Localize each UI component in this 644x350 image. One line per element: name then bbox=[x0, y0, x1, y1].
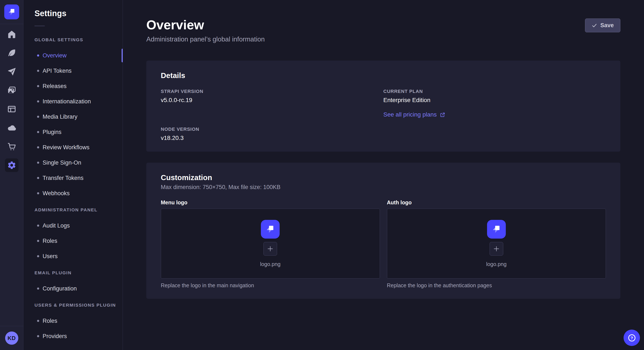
strapi-version-field: STRAPI VERSION v5.0.0-rc.19 bbox=[161, 89, 383, 104]
menu-logo-dropzone[interactable]: logo.png bbox=[161, 209, 380, 279]
sidebar-item-media-library[interactable]: Media Library bbox=[24, 109, 123, 124]
active-indicator bbox=[122, 49, 123, 62]
field-label: STRAPI VERSION bbox=[161, 89, 383, 94]
sidebar-item-plugins[interactable]: Plugins bbox=[24, 124, 123, 140]
sidebar-item-label: Configuration bbox=[42, 285, 77, 292]
field-value: v18.20.3 bbox=[161, 135, 383, 141]
upload-filename: logo.png bbox=[260, 261, 280, 267]
strapi-logo-glyph bbox=[491, 223, 502, 235]
icon-sidebar: KD bbox=[0, 0, 24, 350]
bullet-icon bbox=[37, 224, 39, 227]
bullet-icon bbox=[37, 240, 39, 242]
sidebar-item-transfer-tokens[interactable]: Transfer Tokens bbox=[24, 170, 123, 186]
settings-subnav: Settings GLOBAL SETTINGS Overview API To… bbox=[24, 0, 123, 350]
sidebar-item-label: Users bbox=[42, 253, 58, 260]
auth-logo-dropzone[interactable]: logo.png bbox=[387, 209, 606, 279]
avatar[interactable]: KD bbox=[5, 332, 18, 345]
cart-icon[interactable] bbox=[6, 141, 17, 152]
bullet-icon bbox=[37, 162, 39, 164]
sidebar-item-api-tokens[interactable]: API Tokens bbox=[24, 63, 123, 78]
sidebar-item-internationalization[interactable]: Internationalization bbox=[24, 94, 123, 109]
plus-icon bbox=[267, 245, 274, 252]
nav-section-header: EMAIL PLUGIN bbox=[24, 270, 123, 275]
upload-label: Auth logo bbox=[387, 199, 606, 206]
nav-section-users-permissions-plugin: USERS & PERMISSIONS PLUGIN Roles Provide… bbox=[24, 303, 123, 344]
user-area: KD bbox=[0, 326, 23, 350]
bullet-icon bbox=[37, 100, 39, 103]
add-logo-button[interactable] bbox=[490, 242, 503, 256]
current-plan-field: CURRENT PLAN Enterprise Edition bbox=[383, 89, 606, 104]
subnav-title: Settings bbox=[24, 9, 123, 18]
sidebar-item-email-configuration[interactable]: Configuration bbox=[24, 281, 123, 296]
sidebar-item-single-sign-on[interactable]: Single Sign-On bbox=[24, 155, 123, 170]
nav-section-global-settings: GLOBAL SETTINGS Overview API Tokens Rele… bbox=[24, 37, 123, 201]
sidebar-item-admin-roles[interactable]: Roles bbox=[24, 233, 123, 249]
external-link-icon bbox=[440, 112, 446, 118]
customization-card-title: Customization bbox=[161, 173, 606, 182]
page-header: Overview Administration panel’s global i… bbox=[146, 0, 620, 43]
bullet-icon bbox=[37, 320, 39, 322]
gear-icon[interactable] bbox=[5, 159, 18, 172]
paper-plane-icon[interactable] bbox=[6, 67, 17, 77]
help-button[interactable]: ? bbox=[624, 330, 640, 346]
sidebar-item-up-providers[interactable]: Providers bbox=[24, 329, 123, 344]
sidebar-item-label: Releases bbox=[42, 83, 67, 90]
strapi-admin-app: KD Settings GLOBAL SETTINGS Overview API… bbox=[0, 0, 644, 350]
bullet-icon bbox=[37, 85, 39, 87]
sidebar-item-audit-logs[interactable]: Audit Logs bbox=[24, 218, 123, 233]
auth-logo-preview bbox=[487, 220, 506, 239]
bullet-icon bbox=[37, 177, 39, 179]
sidebar-item-up-roles[interactable]: Roles bbox=[24, 313, 123, 329]
sidebar-item-admin-users[interactable]: Users bbox=[24, 249, 123, 264]
sidebar-item-label: Plugins bbox=[42, 129, 62, 136]
sidebar-item-label: API Tokens bbox=[42, 68, 72, 74]
field-label: CURRENT PLAN bbox=[383, 89, 606, 94]
nav-section-email-plugin: EMAIL PLUGIN Configuration bbox=[24, 270, 123, 296]
pricing-plans-link[interactable]: See all pricing plans bbox=[383, 111, 446, 118]
sidebar-item-label: Roles bbox=[42, 318, 57, 324]
customization-card-subtitle: Max dimension: 750×750, Max file size: 1… bbox=[161, 184, 606, 190]
nav-section-administration-panel: ADMINISTRATION PANEL Audit Logs Roles Us… bbox=[24, 207, 123, 264]
details-card-title: Details bbox=[161, 71, 606, 80]
strapi-logo-glyph bbox=[7, 7, 16, 17]
sidebar-item-review-workflows[interactable]: Review Workflows bbox=[24, 140, 123, 155]
details-right-column: CURRENT PLAN Enterprise Edition See all … bbox=[383, 89, 606, 141]
home-icon[interactable] bbox=[6, 29, 17, 39]
feather-icon[interactable] bbox=[6, 48, 17, 58]
subnav-divider bbox=[34, 26, 45, 26]
save-button[interactable]: Save bbox=[585, 18, 620, 32]
check-icon bbox=[592, 23, 597, 28]
cloud-icon[interactable] bbox=[6, 123, 17, 133]
bullet-icon bbox=[37, 192, 39, 194]
details-card: Details STRAPI VERSION v5.0.0-rc.19 NODE… bbox=[146, 61, 620, 152]
sidebar-item-releases[interactable]: Releases bbox=[24, 78, 123, 94]
sidebar-item-label: Roles bbox=[42, 238, 57, 244]
customization-card: Customization Max dimension: 750×750, Ma… bbox=[146, 163, 620, 299]
bullet-icon bbox=[37, 335, 39, 337]
auth-logo-upload: Auth logo logo.png bbox=[387, 199, 606, 289]
pricing-plans-link-label: See all pricing plans bbox=[383, 111, 437, 118]
bullet-icon bbox=[37, 288, 39, 290]
nav-section-header: USERS & PERMISSIONS PLUGIN bbox=[24, 303, 123, 308]
icon-sidebar-nav bbox=[0, 24, 23, 326]
sidebar-item-label: Single Sign-On bbox=[42, 160, 81, 166]
details-left-column: STRAPI VERSION v5.0.0-rc.19 NODE VERSION… bbox=[161, 89, 383, 141]
field-value: v5.0.0-rc.19 bbox=[161, 97, 383, 104]
save-button-label: Save bbox=[600, 22, 614, 29]
sidebar-item-overview[interactable]: Overview bbox=[24, 48, 123, 63]
layout-icon[interactable] bbox=[6, 104, 17, 114]
add-logo-button[interactable] bbox=[264, 242, 277, 256]
bullet-icon bbox=[37, 54, 39, 57]
sidebar-item-label: Review Workflows bbox=[42, 144, 90, 151]
field-label: NODE VERSION bbox=[161, 127, 383, 132]
sidebar-item-webhooks[interactable]: Webhooks bbox=[24, 186, 123, 201]
upload-hint: Replace the logo in the authentication p… bbox=[387, 282, 606, 289]
svg-text:?: ? bbox=[630, 336, 633, 340]
page-subtitle: Administration panel’s global informatio… bbox=[146, 35, 620, 43]
media-library-icon[interactable] bbox=[6, 85, 17, 95]
upload-filename: logo.png bbox=[486, 261, 507, 267]
strapi-logo[interactable] bbox=[4, 4, 19, 19]
sidebar-item-label: Transfer Tokens bbox=[42, 175, 84, 181]
bullet-icon bbox=[37, 131, 39, 133]
field-value: Enterprise Edition bbox=[383, 97, 606, 104]
